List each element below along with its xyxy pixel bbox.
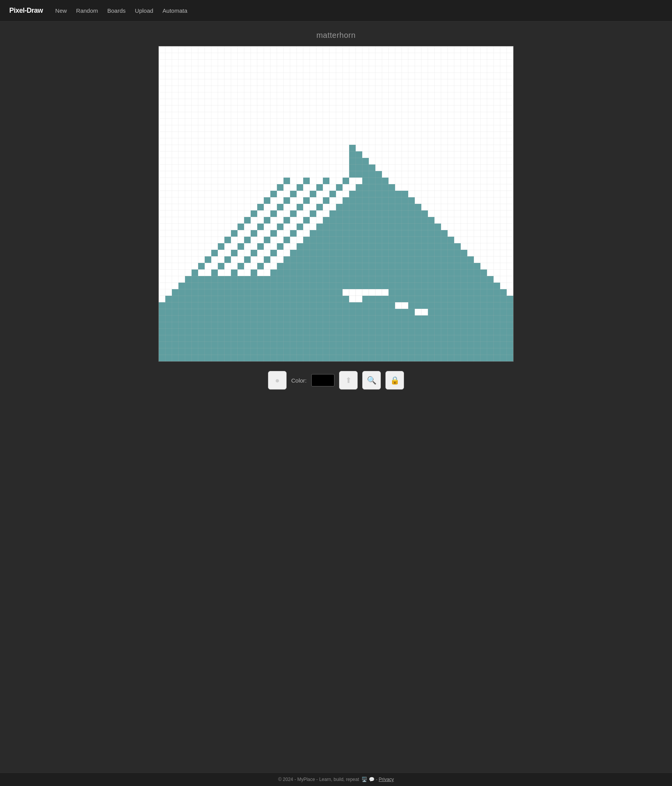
lock-tool-button[interactable]: 🔒	[385, 371, 404, 390]
brush-tool-button[interactable]: ●	[268, 371, 287, 390]
color-label: Color:	[291, 377, 307, 384]
nav-upload[interactable]: Upload	[135, 7, 153, 14]
brush-icon: ●	[275, 376, 280, 385]
nav-random[interactable]: Random	[76, 7, 98, 14]
search-tool-button[interactable]: 🔍	[362, 371, 381, 390]
canvas-wrapper[interactable]	[158, 46, 514, 362]
navbar: Pixel-Draw New Random Boards Upload Auto…	[0, 0, 672, 22]
nav-links: New Random Boards Upload Automata	[55, 7, 187, 14]
nav-automata[interactable]: Automata	[163, 7, 187, 14]
lock-icon: 🔒	[390, 376, 400, 385]
privacy-link[interactable]: Privacy	[378, 777, 394, 782]
toolbar: ● Color: ⬆ 🔍 🔒	[268, 371, 404, 390]
footer-text: © 2024 - MyPlace - Learn, build, repeat	[278, 777, 359, 782]
fill-icon: ⬆	[345, 376, 352, 385]
pixel-canvas[interactable]	[159, 46, 513, 361]
main-content: matterhorn ● Color: ⬆ 🔍 🔒	[0, 22, 672, 772]
nav-boards[interactable]: Boards	[107, 7, 126, 14]
search-icon: 🔍	[367, 376, 377, 385]
color-swatch[interactable]	[311, 374, 334, 386]
fill-tool-button[interactable]: ⬆	[339, 371, 358, 390]
canvas-title: matterhorn	[316, 31, 356, 40]
footer: © 2024 - MyPlace - Learn, build, repeat …	[0, 772, 672, 786]
brand-logo: Pixel-Draw	[9, 7, 43, 15]
nav-new[interactable]: New	[55, 7, 67, 14]
